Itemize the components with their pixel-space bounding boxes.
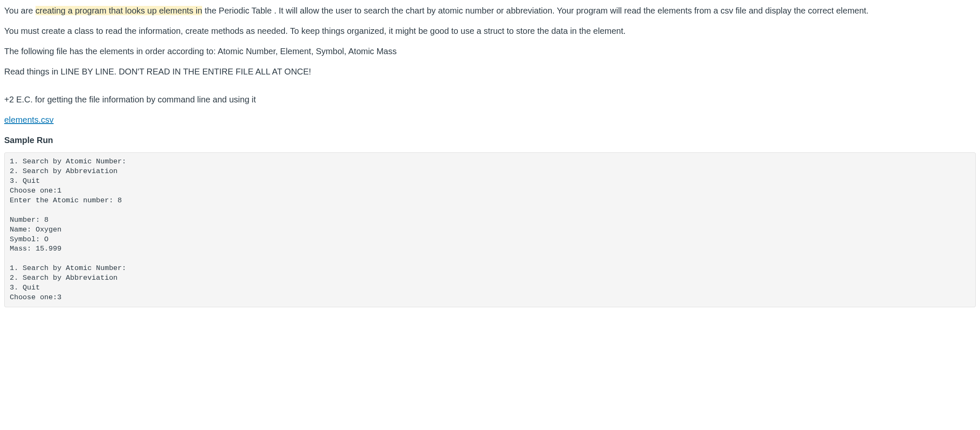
file-link-paragraph: elements.csv	[4, 113, 976, 126]
intro-post: the Periodic Table . It will allow the u…	[202, 6, 868, 15]
intro-paragraph-1: You are creating a program that looks up…	[4, 4, 976, 17]
file-order-paragraph: The following file has the elements in o…	[4, 45, 976, 58]
intro-pre: You are	[4, 6, 36, 15]
intro-highlight: creating a program that looks up element…	[36, 6, 203, 15]
sample-run-output: 1. Search by Atomic Number: 2. Search by…	[4, 152, 976, 307]
line-by-line-paragraph: Read things in LINE BY LINE. DON'T READ …	[4, 65, 976, 78]
class-instruction-paragraph: You must create a class to read the info…	[4, 25, 976, 37]
sample-run-heading: Sample Run	[4, 134, 976, 146]
extra-credit-paragraph: +2 E.C. for getting the file information…	[4, 93, 976, 106]
elements-csv-link[interactable]: elements.csv	[4, 115, 54, 124]
